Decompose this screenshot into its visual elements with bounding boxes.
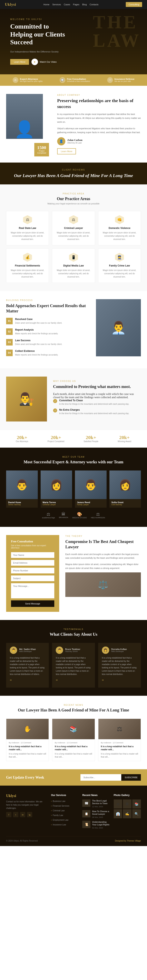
testimonials-label: Testimonials	[6, 628, 141, 630]
stat-3: 20k+ Winning Award	[118, 435, 131, 442]
learn-more-button[interactable]: Learn More	[57, 148, 76, 154]
credit-link[interactable]: Designed by Themes Village	[115, 840, 141, 842]
service-0[interactable]: Business Law	[51, 799, 78, 803]
practice-subtitle: Making your legal experience as smooth a…	[6, 202, 141, 205]
process-title: Bold Approaches Expert Counsel Results t…	[6, 303, 90, 313]
practice-icon-1: ⚖	[69, 215, 78, 224]
newsletter-form[interactable]: SUBSCRIBE	[80, 774, 141, 781]
photo-grid: ⚖ 🏛 📚 👔 ✍ 🔍	[114, 799, 141, 818]
nav-cases[interactable]: Cases	[64, 3, 70, 6]
message-field[interactable]	[11, 583, 54, 598]
step-desc-3: Make reports and check the findings accu…	[15, 353, 58, 356]
facebook-icon[interactable]: f	[6, 812, 11, 817]
committed-content: Why Choose Us Committed to Protecting wh…	[53, 380, 141, 418]
site-logo[interactable]: Uklysi	[5, 2, 16, 7]
message-textarea[interactable]	[11, 583, 54, 598]
hero-video-button[interactable]: Watch Our Video	[32, 59, 57, 65]
process-photo: 👨‍💼	[96, 299, 141, 356]
phone-input[interactable]	[11, 568, 54, 573]
team-logo-2: 🎨 MEDIAN STUDIO	[72, 512, 87, 519]
step-desc-2: Dolor amet sint brought the case to our …	[15, 343, 62, 346]
logo-name-2: MEDIAN STUDIO	[72, 517, 87, 519]
video-label: Watch Our Video	[40, 60, 57, 63]
feature-item-2: 🛡 Insurance Defence We are on your side	[107, 77, 134, 83]
consult-form-title: Free Consultation	[11, 540, 54, 543]
nav-home[interactable]: Home	[43, 3, 50, 6]
consult-form-desc: Get a free consultation from our expert …	[11, 544, 54, 549]
team-logo-1: 🏛 BRANNON	[59, 512, 68, 519]
feature-title-0: Expert Attorneys	[20, 78, 43, 80]
linkedin-icon[interactable]: in	[20, 812, 25, 817]
practice-desc-3: Magni dolor em ipsum dolor sit amet, con…	[10, 269, 45, 278]
committed-item-desc-1: In the time for things in the mountains …	[59, 412, 129, 415]
hero-cta-button[interactable]: Learn More	[10, 59, 29, 65]
committed-item-0: ✓ Committed To Clean In the time for thi…	[53, 399, 141, 406]
process-step-1: 02 Report Analysis Make reports and chec…	[6, 328, 90, 335]
practice-icon-2: 👊	[115, 215, 124, 224]
newsletter-input[interactable]	[80, 774, 121, 781]
cases-label: ProjectCompleted	[37, 150, 46, 154]
process-step-3: 04 Collect Evidence Make reports and che…	[6, 350, 90, 356]
testimonials-grid: 👨 Md. Sadim Khan Web Developer It is a l…	[6, 643, 141, 687]
twitter-icon[interactable]: t	[13, 812, 18, 817]
copyright: © 2024 Uklysi. All Rights Reserved	[6, 840, 38, 842]
team-photo-3: 👩	[109, 471, 141, 499]
newsletter-title: Get Update Every Week	[6, 775, 44, 780]
blog-section: Recent News Our Lawyer Has Been A Good F…	[0, 696, 147, 770]
nav-contacts[interactable]: Contacts	[89, 3, 98, 6]
footer-about-text: Contact us for more information. We are …	[6, 800, 47, 810]
team-name-1: Maria Torres	[43, 501, 70, 504]
blog-image-1: 📚	[52, 719, 94, 739]
phone-field[interactable]	[11, 568, 54, 573]
instagram-icon[interactable]: ig	[27, 812, 32, 817]
team-grid: 👨 Daniel Kane Senior Attorney 👩 Maria To…	[6, 471, 141, 508]
consulting-button[interactable]: Consulting	[126, 2, 142, 7]
step-title-3: Collect Evidence	[15, 350, 58, 352]
team-title: Most Successful Expert & Attorney works …	[6, 460, 141, 465]
client-role-0: Web Developer	[19, 651, 36, 652]
service-5[interactable]: Insurance Law	[51, 823, 78, 826]
lawyer-avatar: 👤	[57, 137, 66, 145]
practice-title: Our Practice Areas	[6, 196, 141, 201]
subject-field[interactable]	[11, 576, 54, 581]
play-icon[interactable]	[32, 59, 38, 65]
stat-1: 20k+ Project Completed	[48, 435, 64, 442]
name-input[interactable]	[11, 552, 54, 558]
stat-num-3: 20k+	[118, 435, 131, 440]
stats-bar: 20k+ Our Attorneys 20k+ Project Complete…	[0, 430, 147, 448]
feature-item-1: 💬 Free Consultation Schedule a free cons…	[60, 77, 90, 83]
email-input[interactable]	[11, 560, 54, 566]
blog-meta-0: By Anderson · 12 Comment	[9, 742, 46, 744]
service-1[interactable]: Financial Services	[51, 804, 78, 807]
about-desc2: Uklysi's attorneys are experienced litig…	[57, 127, 141, 134]
name-field[interactable]	[11, 552, 54, 558]
practice-label: Practice Area	[6, 192, 141, 195]
subscribe-button[interactable]: SUBSCRIBE	[121, 774, 141, 781]
nav-services[interactable]: Services	[52, 3, 61, 6]
client-name-2: Dornetia Koftan	[111, 648, 127, 651]
feature-title-1: Free Consultation	[67, 78, 90, 80]
nav-pages[interactable]: Pages	[73, 3, 80, 6]
practice-icon-4: 📱	[69, 253, 78, 262]
stat-2: 20k+ Satisfied People	[84, 435, 98, 442]
blog-image-0: ✋	[6, 719, 49, 739]
committed-image: 👨‍⚖️	[6, 377, 47, 422]
committed-item-title-0: Committed To Clean	[59, 399, 129, 402]
client-info-0: 👨 Md. Sadim Khan Web Developer	[10, 646, 45, 654]
team-name-3: Sofia Grant	[112, 501, 139, 504]
insurance-icon: 🛡	[107, 77, 113, 83]
practice-desc-1: Magni dolor em ipsum dolor sit amet, con…	[56, 231, 91, 241]
quote-icon-1: "	[56, 678, 91, 684]
process-image: 👨‍💼	[96, 299, 141, 360]
footer: Uklysi Contact us for more information. …	[0, 786, 147, 846]
nav-blog[interactable]: Blog	[82, 3, 87, 6]
email-field[interactable]	[11, 560, 54, 566]
footer-logo: Uklysi	[6, 794, 47, 798]
service-3[interactable]: Family Law	[51, 814, 78, 817]
service-2[interactable]: Criminal Law	[51, 809, 78, 812]
stat-num-2: 20k+	[84, 435, 98, 440]
committed-desc: Each month, dolor amet sint brought a co…	[53, 393, 141, 399]
service-4[interactable]: Employment Law	[51, 818, 78, 821]
send-button[interactable]: Send Message	[11, 600, 54, 607]
subject-input[interactable]	[11, 576, 54, 581]
